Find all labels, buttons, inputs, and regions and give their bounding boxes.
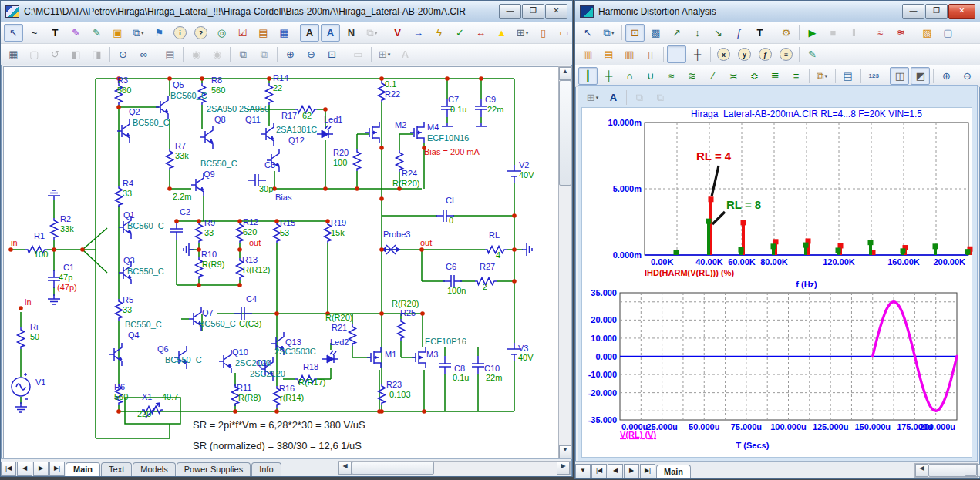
- bring-front-icon[interactable]: ⧉: [234, 45, 253, 63]
- stop-icon[interactable]: ■: [823, 24, 843, 42]
- restore-button[interactable]: ❐: [522, 4, 544, 19]
- low-mode-icon[interactable]: ≋: [682, 67, 702, 85]
- scale-vertical-icon[interactable]: ↕: [688, 24, 707, 42]
- x-scale-icon[interactable]: x: [714, 45, 733, 63]
- grid-display-icon[interactable]: ⊞▾: [375, 45, 394, 63]
- y-axis-lock-icon[interactable]: ◩: [911, 67, 930, 85]
- zoom-out-icon[interactable]: ⊖: [301, 45, 321, 63]
- notes-icon[interactable]: ▤: [160, 45, 180, 63]
- zoom-out-icon[interactable]: ⊖: [958, 67, 977, 85]
- current-probe-icon[interactable]: →: [409, 24, 428, 42]
- schematic-vscrollbar[interactable]: ▲ ▼: [558, 66, 572, 459]
- restore-button[interactable]: ❐: [925, 4, 948, 19]
- new-page-icon[interactable]: ▯: [534, 24, 553, 42]
- tab-models[interactable]: Models: [133, 462, 175, 476]
- peak-mode-icon[interactable]: ∩: [620, 67, 639, 85]
- flag-icon[interactable]: ⚑: [150, 24, 169, 42]
- condition-check-icon[interactable]: ✓: [450, 24, 470, 42]
- attribute-text-toggle-icon[interactable]: A: [300, 24, 319, 42]
- find-icon[interactable]: ⊙: [113, 45, 133, 63]
- run-icon[interactable]: ▶: [803, 24, 822, 42]
- zoom-in-icon[interactable]: ⊕: [937, 67, 956, 85]
- select-region-icon[interactable]: ▦: [4, 45, 23, 63]
- cursor-cross-icon[interactable]: ┼: [688, 45, 707, 63]
- power-probe-icon[interactable]: ϟ: [429, 24, 449, 42]
- zoom-in-icon[interactable]: ⊕: [281, 45, 300, 63]
- cursor-line-icon[interactable]: —: [667, 45, 686, 63]
- web-icon[interactable]: ◎: [212, 24, 231, 42]
- global-high-mode-icon[interactable]: ≣: [766, 67, 785, 85]
- tab-main[interactable]: Main: [656, 465, 691, 478]
- scroll-left-icon[interactable]: ◀: [338, 462, 352, 475]
- plots-canvas[interactable]: Hiraga_Lateral-AB-200mA.CIR RL=4...8 F=2…: [575, 87, 980, 458]
- sheet-edit-icon[interactable]: ▦: [274, 24, 294, 42]
- select-area-icon[interactable]: ▧: [918, 24, 937, 42]
- wire-mode-icon[interactable]: ~: [25, 24, 44, 42]
- select-tool-icon[interactable]: ↖: [578, 24, 598, 42]
- flip-icon[interactable]: ◨: [87, 45, 106, 63]
- scale-right-icon[interactable]: ↗: [667, 24, 686, 42]
- text-mode-icon[interactable]: T: [45, 24, 65, 42]
- grid-icon[interactable]: ⊞▾: [513, 24, 532, 42]
- digital-curve-icon[interactable]: ≋: [891, 24, 911, 42]
- zoom-100-icon[interactable]: ⊡: [322, 45, 342, 63]
- graph-pan-icon[interactable]: ▩: [646, 24, 665, 42]
- page-nav-next-icon[interactable]: ▶: [624, 464, 639, 478]
- page-nav-last-icon[interactable]: ▶|: [640, 464, 655, 478]
- clipboard-icon[interactable]: ⧉▾: [129, 24, 148, 42]
- scale-diagonal-icon[interactable]: ↘: [709, 24, 728, 42]
- close-button[interactable]: ✕: [545, 4, 567, 19]
- select-area-alt-icon[interactable]: ▢: [938, 24, 958, 42]
- minimize-button[interactable]: —: [902, 4, 924, 19]
- rotate-icon[interactable]: ↺: [45, 45, 65, 63]
- hscroll-thumb[interactable]: [352, 462, 434, 475]
- plot-horizontal-icon[interactable]: ▤: [599, 45, 618, 63]
- hscrollbar[interactable]: ◀ ▶: [338, 461, 571, 475]
- close-button[interactable]: ✕: [948, 4, 975, 19]
- scroll-right-icon[interactable]: ▶: [557, 462, 570, 475]
- function-icon[interactable]: ƒ: [729, 24, 749, 42]
- box-icon[interactable]: ▢: [25, 45, 44, 63]
- global-low-mode-icon[interactable]: ≡: [786, 67, 806, 85]
- model-check-icon[interactable]: ☑: [233, 24, 252, 42]
- voltage-probe-icon[interactable]: V: [388, 24, 407, 42]
- high-mode-icon[interactable]: ≈: [662, 67, 681, 85]
- page-small-icon[interactable]: ▭: [554, 24, 574, 42]
- tab-main[interactable]: Main: [66, 462, 100, 476]
- scroll-up-icon[interactable]: ▲: [559, 67, 571, 80]
- page-nav-first-icon[interactable]: |◀: [591, 464, 607, 478]
- y-scale-icon[interactable]: y: [735, 45, 754, 63]
- paste-icon[interactable]: ⧉▾: [813, 67, 832, 85]
- data-point-mode-icon[interactable]: ╂: [578, 67, 598, 85]
- page-nav-last-icon[interactable]: ▶|: [49, 462, 65, 476]
- list-view-icon[interactable]: ▤: [838, 67, 857, 85]
- find-next-icon[interactable]: ∞: [134, 45, 153, 63]
- hscroll-thumb-end[interactable]: [965, 464, 977, 476]
- numeric-output-icon[interactable]: 123: [864, 67, 884, 85]
- info-icon[interactable]: i: [170, 24, 190, 42]
- schematic-canvas[interactable]: R3560Q5BC560_CQ2BC560_CR85602SA950Q82SA9…: [3, 66, 559, 459]
- copy-disabled-icon[interactable]: ⧉▾: [362, 24, 382, 42]
- schematic-titlebar[interactable]: C:\MC11\DATA\Petrov\Hiraga\Hiraga_Latera…: [1, 1, 572, 22]
- page-nav-prev-icon[interactable]: ◀: [17, 462, 32, 476]
- text-tool-icon[interactable]: T: [750, 24, 770, 42]
- pause-icon[interactable]: ‖: [844, 24, 864, 42]
- help-icon[interactable]: ?: [191, 24, 210, 42]
- send-back-icon[interactable]: ⧉: [254, 45, 274, 63]
- fx-scale-icon[interactable]: ƒ: [756, 45, 775, 63]
- page-view-icon[interactable]: ▭: [349, 45, 368, 63]
- next-point-mode-icon[interactable]: ┼: [599, 67, 618, 85]
- wave-text-toggle-icon[interactable]: A: [321, 24, 340, 42]
- plot-split-icon[interactable]: ▥: [620, 45, 639, 63]
- page-nav-prev-icon[interactable]: ◀: [608, 464, 623, 478]
- lines-icon[interactable]: ≡: [776, 45, 796, 63]
- page-nav-next-icon[interactable]: ▶: [33, 462, 49, 476]
- page-nav-first-icon[interactable]: |◀: [1, 462, 16, 476]
- analog-curve-icon[interactable]: ≈: [871, 24, 890, 42]
- flag-mode-icon[interactable]: ✎: [87, 24, 106, 42]
- pin-connect-icon[interactable]: ↔: [471, 24, 490, 42]
- top-mode-icon[interactable]: ≍: [724, 67, 743, 85]
- minimize-button[interactable]: —: [499, 4, 521, 19]
- scroll-down-icon[interactable]: ▼: [559, 445, 571, 458]
- component-bus-icon[interactable]: ▣: [108, 24, 127, 42]
